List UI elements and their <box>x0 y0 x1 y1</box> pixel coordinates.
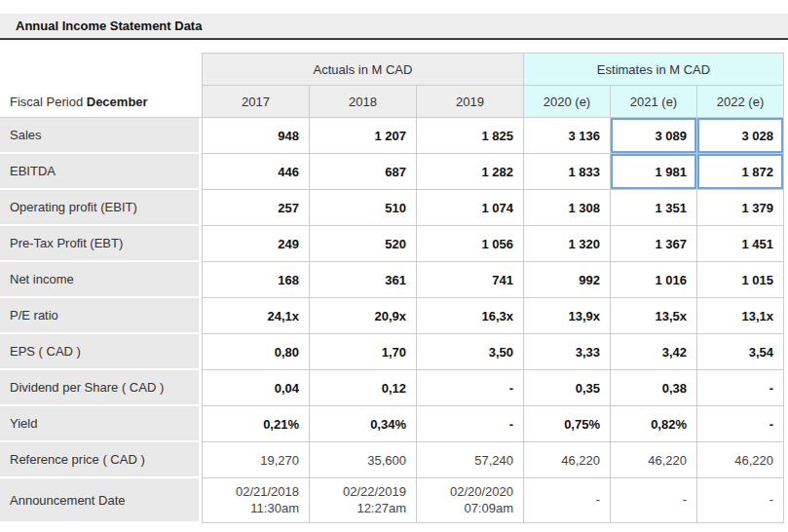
value-cell: 1 379 <box>697 190 784 226</box>
fiscal-period-cell: Fiscal Period December <box>0 86 202 118</box>
row-label: Announcement Date <box>0 478 202 523</box>
value-cell: - <box>697 478 784 523</box>
year-header-row: Fiscal Period December 2017 2018 2019 20… <box>0 86 784 118</box>
value-cell: 1 016 <box>611 262 697 298</box>
row-label: Operating profit (EBIT) <box>0 190 202 226</box>
row-label: Yield <box>0 406 202 442</box>
value-cell: 3,50 <box>417 334 524 370</box>
row-label: Pre-Tax Profit (EBT) <box>0 226 202 262</box>
value-cell: 3,33 <box>524 334 611 370</box>
row-label: Sales <box>0 118 202 154</box>
value-cell: 24,1x <box>202 298 310 334</box>
value-cell: 1 825 <box>417 118 524 154</box>
year-header-2018: 2018 <box>310 86 417 118</box>
value-cell: 0,04 <box>202 370 310 406</box>
fiscal-period-label: Fiscal Period <box>10 95 87 109</box>
value-cell: 3 089 <box>611 118 697 154</box>
income-statement-panel: Annual Income Statement Data Actuals in … <box>0 14 788 532</box>
table-row: Pre-Tax Profit (EBT)2495201 0561 3201 36… <box>0 226 784 262</box>
value-cell: 0,34% <box>310 406 417 442</box>
table-row: Reference price ( CAD )19,27035,60057,24… <box>0 442 784 478</box>
value-cell: 510 <box>310 190 417 226</box>
value-cell: 0,75% <box>524 406 611 442</box>
value-cell: 3 136 <box>524 118 611 154</box>
value-cell: 1 056 <box>417 226 524 262</box>
value-cell: 0,35 <box>524 370 611 406</box>
corner-cell <box>0 53 202 86</box>
value-cell: 0,82% <box>611 406 697 442</box>
actuals-group-header: Actuals in M CAD <box>202 53 524 86</box>
value-cell: 168 <box>202 262 310 298</box>
value-cell: 1 872 <box>697 154 784 190</box>
section-title-bar: Annual Income Statement Data <box>0 14 788 40</box>
table-row: Dividend per Share ( CAD )0,040,12-0,350… <box>0 370 784 406</box>
value-cell: 35,600 <box>310 442 417 478</box>
value-cell: 361 <box>310 262 417 298</box>
value-cell: 1 282 <box>417 154 524 190</box>
value-cell: 46,220 <box>524 442 611 478</box>
value-cell: 57,240 <box>417 442 524 478</box>
value-cell: - <box>417 370 524 406</box>
table-row: P/E ratio24,1x20,9x16,3x13,9x13,5x13,1x <box>0 298 784 334</box>
table-row: EPS ( CAD )0,801,703,503,333,423,54 <box>0 334 784 370</box>
table-row: Announcement Date02/21/2018 11:30am02/22… <box>0 478 784 523</box>
value-cell: 0,38 <box>611 370 697 406</box>
value-cell: 3,54 <box>697 334 784 370</box>
income-statement-table: Actuals in M CAD Estimates in M CAD Fisc… <box>0 53 784 523</box>
row-label: P/E ratio <box>0 298 202 334</box>
year-header-2019: 2019 <box>417 86 524 118</box>
year-header-2021e: 2021 (e) <box>611 86 697 118</box>
value-cell: - <box>697 370 784 406</box>
value-cell: 1 308 <box>524 190 611 226</box>
value-cell: 16,3x <box>417 298 524 334</box>
value-cell: 3,42 <box>611 334 697 370</box>
value-cell: 1 074 <box>417 190 524 226</box>
row-label: Dividend per Share ( CAD ) <box>0 370 202 406</box>
value-cell: 1,70 <box>310 334 417 370</box>
value-cell: 02/22/2019 12:27am <box>310 478 417 523</box>
value-cell: 02/20/2020 07:09am <box>417 478 524 523</box>
year-header-2020e: 2020 (e) <box>524 86 611 118</box>
value-cell: 0,21% <box>202 406 310 442</box>
value-cell: 46,220 <box>697 442 784 478</box>
table-row: Operating profit (EBIT)2575101 0741 3081… <box>0 190 784 226</box>
value-cell: 0,80 <box>202 334 310 370</box>
value-cell: 1 981 <box>611 154 697 190</box>
value-cell: - <box>417 406 524 442</box>
value-cell: 13,1x <box>697 298 784 334</box>
value-cell: 0,12 <box>310 370 417 406</box>
value-cell: 520 <box>310 226 417 262</box>
value-cell: 446 <box>202 154 310 190</box>
value-cell: 1 833 <box>524 154 611 190</box>
value-cell: 20,9x <box>310 298 417 334</box>
value-cell: 02/21/2018 11:30am <box>202 478 310 523</box>
value-cell: 19,270 <box>202 442 310 478</box>
row-label: Reference price ( CAD ) <box>0 442 202 478</box>
value-cell: 1 320 <box>524 226 611 262</box>
value-cell: - <box>697 406 784 442</box>
table-row: Yield0,21%0,34%-0,75%0,82%- <box>0 406 784 442</box>
value-cell: 249 <box>202 226 310 262</box>
year-header-2022e: 2022 (e) <box>697 86 784 118</box>
group-header-row: Actuals in M CAD Estimates in M CAD <box>0 53 784 86</box>
value-cell: 46,220 <box>611 442 697 478</box>
row-label: EBITDA <box>0 154 202 190</box>
value-cell: 1 451 <box>697 226 784 262</box>
value-cell: 948 <box>202 118 310 154</box>
value-cell: - <box>611 478 697 523</box>
value-cell: 1 351 <box>611 190 697 226</box>
value-cell: 257 <box>202 190 310 226</box>
value-cell: 741 <box>417 262 524 298</box>
estimates-group-header: Estimates in M CAD <box>524 53 784 86</box>
page-title: Annual Income Statement Data <box>16 19 202 33</box>
value-cell: 13,9x <box>524 298 611 334</box>
value-cell: 13,5x <box>611 298 697 334</box>
table-row: Net income1683617419921 0161 015 <box>0 262 784 298</box>
value-cell: - <box>524 478 611 523</box>
value-cell: 687 <box>310 154 417 190</box>
value-cell: 1 367 <box>611 226 697 262</box>
year-header-2017: 2017 <box>202 86 310 118</box>
value-cell: 1 015 <box>697 262 784 298</box>
row-label: Net income <box>0 262 202 298</box>
value-cell: 992 <box>524 262 611 298</box>
